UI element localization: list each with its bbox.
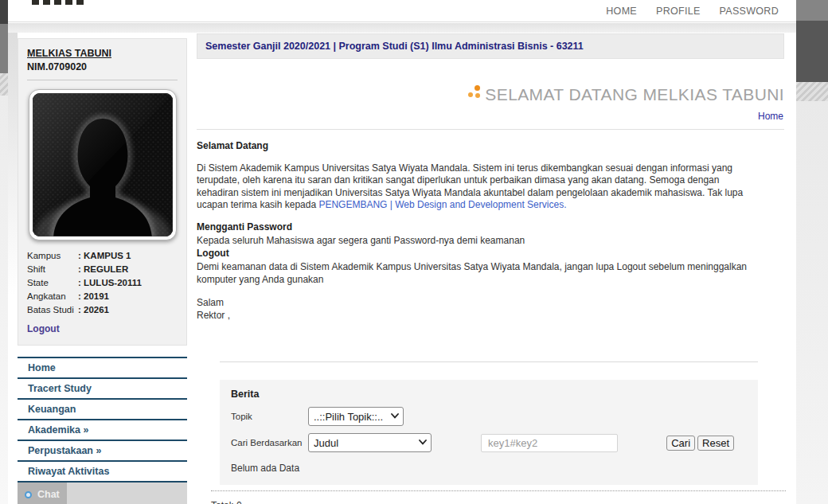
sidebar-item-home[interactable]: Home <box>18 358 187 379</box>
student-details: Kampus : KAMPUS 1 Shift : REGULER State … <box>27 249 178 317</box>
background-band-dark <box>0 0 8 24</box>
section-heading-welcome: Selamat Datang <box>197 140 784 153</box>
detail-label: State <box>27 276 78 290</box>
detail-label: Batas Studi <box>27 303 78 317</box>
chat-status-icon <box>25 491 32 498</box>
background-band-hatch <box>796 82 828 101</box>
detail-row: Shift : REGULER <box>27 263 178 276</box>
chat-button[interactable]: Chat <box>18 483 67 504</box>
background-band-gray <box>796 0 828 21</box>
detail-value: : LULUS-20111 <box>78 276 142 290</box>
detail-value: : 20191 <box>78 290 109 303</box>
section-heading-logout: Logout <box>197 248 784 260</box>
orange-dots-icon <box>468 85 480 98</box>
background-band-gray <box>0 24 8 73</box>
sidebar-item-chat[interactable]: Chat <box>18 483 187 504</box>
salam-line: Salam <box>197 297 759 310</box>
page-title: SELAMAT DATANG MELKIAS TABUNI <box>485 85 784 104</box>
student-nim: NIM.0709020 <box>27 61 178 72</box>
detail-row: Angkatan : 20191 <box>27 290 178 303</box>
berita-empty-text: Belum ada Data <box>231 463 747 474</box>
sidebar-item-riwayat-aktivitas[interactable]: Riwayat Aktivitas <box>18 462 187 483</box>
cari-select-wrap: Judul <box>308 433 432 452</box>
page-background-right <box>796 0 828 504</box>
section-heading-password: Mengganti Password <box>197 221 784 234</box>
detail-row: Kampus : KAMPUS 1 <box>27 249 178 263</box>
detail-value: : REGULER <box>78 263 128 276</box>
site-logo-partial[interactable] <box>32 0 84 5</box>
breadcrumb-home-link[interactable]: Home <box>758 111 783 122</box>
welcome-heading-row: SELAMAT DATANG MELKIAS TABUNI <box>197 85 784 104</box>
student-profile-panel: MELKIAS TABUNI NIM.0709020 <box>18 38 187 346</box>
page-background-left <box>0 0 8 504</box>
sidebar-item-tracert-study[interactable]: Tracert Study <box>18 379 187 400</box>
detail-row: State : LULUS-20111 <box>27 276 178 290</box>
berita-buttons: Cari Reset <box>666 436 734 451</box>
page-wrapper: HOME PROFILE PASSWORD MELKIAS TABUNI NIM… <box>8 0 796 504</box>
background-band-light <box>796 101 828 504</box>
reset-button[interactable]: Reset <box>697 436 734 451</box>
detail-label: Angkatan <box>27 290 78 303</box>
detail-label: Shift <box>27 263 78 276</box>
password-paragraph: Kepada seluruh Mahasiswa agar segera gan… <box>197 235 759 248</box>
topik-select[interactable]: ..::Pilih Topik::.. <box>308 407 404 426</box>
photo-silhouette-graphic <box>33 93 173 236</box>
student-photo <box>29 89 177 240</box>
detail-value: : KAMPUS 1 <box>78 249 131 263</box>
nav-password-link[interactable]: PASSWORD <box>720 6 779 17</box>
developer-link[interactable]: PENGEMBANG | Web Design and Development … <box>318 199 566 210</box>
keyword-input[interactable] <box>481 434 618 452</box>
welcome-body: Selamat Datang Di Sistem Akademik Kampus… <box>197 140 784 322</box>
cari-berdasarkan-select[interactable]: Judul <box>308 433 432 452</box>
top-navigation: HOME PROFILE PASSWORD <box>606 0 779 22</box>
sidebar-item-keuangan[interactable]: Keuangan <box>18 400 187 420</box>
topik-select-wrap: ..::Pilih Topik::.. <box>308 407 404 426</box>
nav-profile-link[interactable]: PROFILE <box>656 6 701 17</box>
sidebar-logout-link[interactable]: Logout <box>27 323 60 334</box>
content-divider <box>220 361 758 362</box>
header-divider-band <box>8 23 796 33</box>
berita-panel: Berita Topik ..::Pilih Topik::.. Cari Be… <box>220 380 758 485</box>
nav-home-link[interactable]: HOME <box>606 6 637 17</box>
topik-label: Topik <box>231 412 308 421</box>
dotted-divider <box>211 490 786 491</box>
sidebar-item-perpustakaan[interactable]: Perpustakaan » <box>18 441 187 462</box>
sidebar-menu: Home Tracert Study Keuangan Akademika » … <box>18 357 187 504</box>
topik-row: Topik ..::Pilih Topik::.. <box>231 407 747 426</box>
chat-label: Chat <box>37 489 60 500</box>
cari-row: Cari Berdasarkan Judul Cari Reset <box>231 433 747 452</box>
sidebar-item-akademika[interactable]: Akademika » <box>18 420 187 441</box>
logout-paragraph: Demi keamanan data di Sistem Akademik Ka… <box>197 261 759 286</box>
sidebar: MELKIAS TABUNI NIM.0709020 <box>18 38 187 504</box>
main-content: Semester Ganjil 2020/2021 | Program Stud… <box>197 33 784 504</box>
rektor-line: Rektor , <box>197 310 759 322</box>
background-band-hatch <box>0 73 8 96</box>
berita-title: Berita <box>231 389 747 400</box>
breadcrumb: Home <box>197 104 784 130</box>
profile-divider <box>27 80 178 80</box>
background-band-light <box>0 96 8 504</box>
left-gutter-shading <box>8 33 18 295</box>
total-count: Total: 0 <box>211 500 784 504</box>
detail-label: Kampus <box>27 249 78 263</box>
cari-berdasarkan-label: Cari Berdasarkan <box>231 438 308 447</box>
detail-value: : 20261 <box>78 303 109 317</box>
cari-button[interactable]: Cari <box>666 436 695 451</box>
top-header: HOME PROFILE PASSWORD <box>8 0 796 22</box>
semester-info-bar: Semester Ganjil 2020/2021 | Program Stud… <box>197 33 784 59</box>
student-name-link[interactable]: MELKIAS TABUNI <box>27 48 178 59</box>
welcome-paragraph: Di Sistem Akademik Kampus Universitas Sa… <box>197 162 759 212</box>
background-band-dark <box>796 21 828 82</box>
detail-row: Batas Studi : 20261 <box>27 303 178 317</box>
